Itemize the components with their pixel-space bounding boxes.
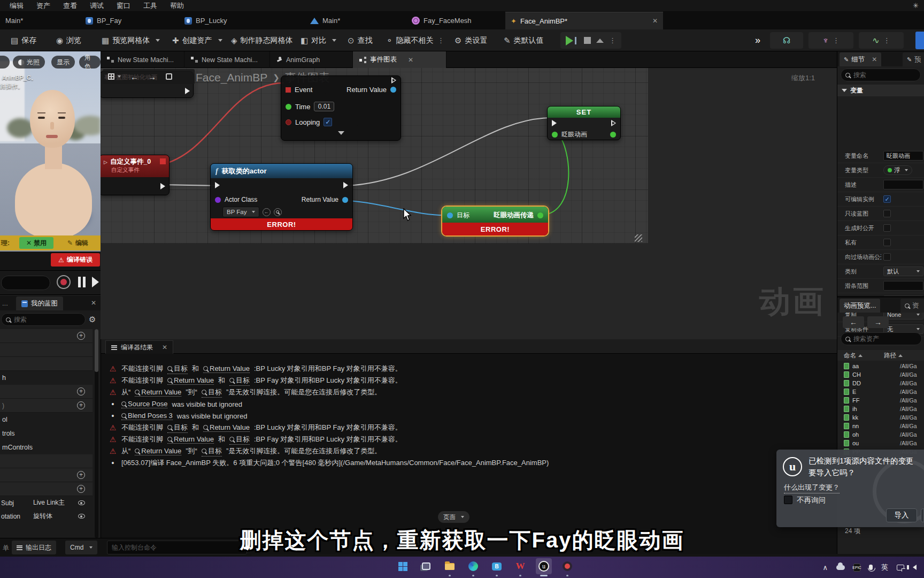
pin-link[interactable]: 目标	[167, 423, 188, 433]
exec-out-pin[interactable]	[160, 183, 165, 189]
list-item[interactable]: h	[0, 371, 93, 385]
taskbar-unreal-icon[interactable]: u	[536, 558, 552, 574]
record-button[interactable]	[57, 275, 71, 289]
close-tab-icon[interactable]: ✕	[652, 17, 658, 25]
speaker-icon[interactable]	[913, 565, 917, 570]
console-input[interactable]: 输入控制台命令	[107, 541, 247, 554]
edit-button[interactable]: ✎编辑	[67, 239, 88, 248]
detail-control[interactable]	[883, 180, 923, 189]
detail-control[interactable]	[883, 281, 923, 291]
value-field[interactable]: 眨眼动画	[883, 151, 923, 161]
tray-chevron-up-icon[interactable]: ∧	[822, 564, 828, 572]
reset-icon[interactable]: ←	[263, 208, 271, 216]
back-button[interactable]: ←	[843, 316, 864, 328]
node-set-timer-by-event[interactable]: Event Return Value Time 0.01 Looping ✓	[281, 75, 401, 141]
detail-control[interactable]: 默认	[883, 267, 923, 276]
stop-icon[interactable]	[584, 37, 591, 44]
character-pill[interactable]: 角色	[79, 56, 101, 69]
menu-工具[interactable]: 工具	[143, 1, 157, 11]
pin-link[interactable]: Return Value	[135, 388, 181, 397]
hide-unrelated-button[interactable]: ⚬隐藏不相关	[386, 29, 434, 51]
asset-row[interactable]: aa/All/Ga	[837, 362, 924, 370]
grid-icon[interactable]	[108, 73, 114, 80]
node-blink-anim-transfer[interactable]: 目标 眨眼动画传递 ERROR!	[441, 206, 549, 237]
asset-column-headers[interactable]: 命名 路径	[837, 350, 924, 361]
preview-viewport[interactable]: 光照 显示 角色 AnimBP_C。 路操作。	[0, 51, 101, 252]
taskbar-recorder-icon[interactable]	[559, 558, 575, 574]
pin-link[interactable]: 目标	[229, 435, 250, 445]
column-name[interactable]: 命名	[844, 352, 856, 360]
pin-link[interactable]: Source Pose	[121, 400, 167, 408]
close-icon[interactable]: ✕	[162, 344, 167, 351]
tab-animgraph[interactable]: AnimGraph	[270, 51, 353, 68]
checkbox[interactable]	[883, 224, 891, 232]
menu-查看[interactable]: 查看	[63, 1, 77, 11]
compiler-message[interactable]: •[0653.07]编译 Face_AnimBP 失败。6 项重大问题;0 个警…	[109, 457, 825, 469]
dont-ask-checkbox[interactable]	[784, 496, 792, 504]
pause-button[interactable]	[78, 277, 86, 287]
category-bar[interactable]: +	[0, 482, 93, 496]
pin-link[interactable]: Return Value	[167, 376, 214, 385]
category-bar[interactable]: +	[0, 329, 93, 343]
checkbox[interactable]	[883, 239, 891, 246]
variable-out-pin[interactable]	[610, 132, 616, 138]
list-item[interactable]: mControls	[0, 440, 93, 454]
detail-control[interactable]	[883, 239, 923, 246]
corner-settings-icon[interactable]: ✳	[913, 2, 919, 10]
node-get-actor-of-class[interactable]: f 获取类的actor Actor Class Return Value BP …	[210, 163, 353, 231]
pin-link[interactable]: Return Value	[135, 447, 181, 455]
detail-control[interactable]: 眨眼动画	[883, 151, 923, 161]
compiler-message[interactable]: •Blend Poses 3 was visible but ignored	[109, 410, 825, 422]
asset-row[interactable]: ou/All/Ga	[837, 439, 924, 447]
asset-row[interactable]: nn/All/Ga	[837, 422, 924, 430]
asset-row[interactable]: kk/All/Ga	[837, 413, 924, 422]
make-static-mesh-button[interactable]: ◈制作静态网格体	[231, 29, 293, 51]
step-forward-button[interactable]	[92, 277, 99, 287]
microphone-icon[interactable]	[869, 565, 873, 570]
pin-link[interactable]: Return Value	[203, 364, 250, 373]
tab-state-machine-1[interactable]: New State Machi...	[101, 51, 184, 68]
target-pin[interactable]	[447, 212, 453, 218]
asset-row[interactable]: oh/All/Ga	[837, 430, 924, 439]
skeletal-mesh-button[interactable]: ♆⋮	[808, 32, 853, 49]
find-button[interactable]: ⊙查找	[348, 29, 373, 51]
my-blueprint-tab[interactable]: 我的蓝图	[16, 296, 63, 310]
add-icon[interactable]: +	[77, 471, 85, 479]
variable-section-header[interactable]: 变量	[837, 85, 924, 96]
pin-link[interactable]: Blend Poses 3	[121, 412, 173, 420]
value-field[interactable]	[883, 281, 923, 291]
add-icon[interactable]: +	[77, 332, 85, 340]
cloud-icon[interactable]	[836, 565, 845, 570]
detail-control[interactable]	[883, 224, 923, 232]
time-pin[interactable]	[286, 104, 291, 110]
class-settings-button[interactable]: ⚙类设置	[455, 29, 487, 51]
category-bar[interactable]	[0, 343, 93, 357]
visibility-icon[interactable]	[78, 500, 85, 505]
taskbar-edge-icon[interactable]	[465, 558, 481, 574]
asset-row[interactable]: CH/All/Ga	[837, 370, 924, 379]
out-pin[interactable]	[537, 212, 543, 218]
search-icon[interactable]	[274, 208, 282, 216]
preview-settings-tab[interactable]: ✎预	[903, 52, 924, 66]
exec-in-pin[interactable]	[552, 120, 557, 126]
node-custom-event[interactable]: ▷ 自定义事件_0 自定义事件	[101, 155, 170, 195]
actor-class-pin[interactable]	[215, 197, 221, 203]
close-icon[interactable]: ✕	[872, 56, 877, 63]
actor-class-dropdown[interactable]: BP Fay	[222, 207, 259, 217]
pin-link[interactable]: Return Value	[203, 423, 250, 432]
disable-button[interactable]: ✕禁用	[19, 237, 53, 249]
eject-icon[interactable]	[596, 39, 604, 43]
filter-gear-icon[interactable]: ⚙	[89, 315, 96, 324]
tab-main-2[interactable]: Main*	[305, 12, 345, 29]
menu-帮助[interactable]: 帮助	[170, 1, 184, 11]
detail-control[interactable]: 浮	[883, 165, 923, 175]
cast-screen-icon[interactable]	[897, 565, 904, 571]
forward-button[interactable]: →	[867, 316, 889, 328]
play-options-icon[interactable]: ⋮	[609, 40, 616, 42]
import-button[interactable]: 导入	[886, 508, 917, 522]
preview-mesh-button[interactable]: ▦预览网格体	[102, 29, 160, 51]
menu-资产[interactable]: 资产	[36, 1, 50, 11]
toolbar-overflow-chevrons[interactable]: »	[755, 29, 760, 51]
exec-out-pin[interactable]	[185, 88, 190, 94]
forward-button[interactable]: →	[148, 72, 156, 81]
